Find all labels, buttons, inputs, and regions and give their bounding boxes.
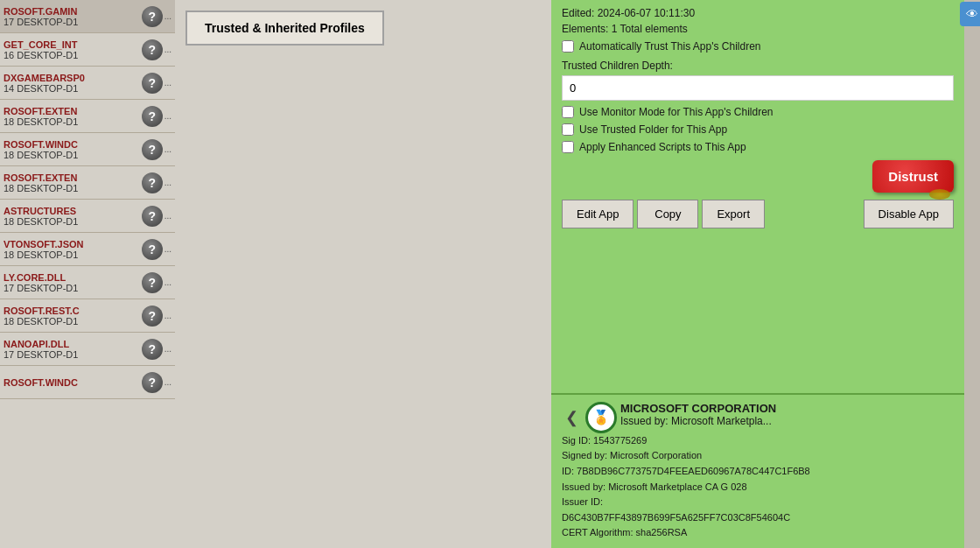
question-mark-icon[interactable]: ?	[142, 239, 163, 260]
list-item-dots[interactable]: ...	[164, 144, 172, 154]
list-item[interactable]: VTONSOFT.JSON 18 DESKTOP-D1 ? ...	[0, 233, 175, 266]
list-item-sub: 18 DESKTOP-D1	[4, 216, 138, 227]
list-item-sub: 16 DESKTOP-D1	[4, 50, 138, 60]
list-item-dots[interactable]: ...	[164, 11, 172, 21]
list-item[interactable]: GET_CORE_INT 16 DESKTOP-D1 ? ...	[0, 33, 175, 67]
list-item-dots[interactable]: ...	[164, 344, 172, 354]
list-item-sub: 17 DESKTOP-D1	[4, 349, 138, 360]
list-item[interactable]: ROSOFT.EXTEN 18 DESKTOP-D1 ? ...	[0, 166, 175, 200]
cert-details: Sig ID: 1543775269 Signed by: Microsoft …	[562, 433, 954, 541]
middle-panel: Trusted & Inherited Profiles	[175, 0, 551, 548]
list-item-sub: 18 DESKTOP-D1	[4, 249, 138, 260]
monitor-mode-checkbox[interactable]	[562, 106, 574, 118]
list-item-name: ROSOFT.WINDC	[4, 377, 138, 388]
question-mark-icon[interactable]: ?	[142, 272, 163, 293]
list-item-sub: 18 DESKTOP-D1	[4, 150, 138, 160]
action-buttons-row: Edit App Copy Export Disable App	[562, 196, 954, 228]
list-item-text: DXGAMEBARSP0 14 DESKTOP-D1	[4, 73, 138, 94]
question-mark-icon[interactable]: ?	[142, 172, 163, 193]
export-button[interactable]: Export	[702, 200, 765, 228]
distrust-button[interactable]: Distrust	[872, 160, 954, 193]
issuer-id-label: Issuer ID:	[562, 495, 954, 510]
list-item-dots[interactable]: ...	[164, 311, 172, 320]
distrust-area: Distrust	[562, 160, 954, 193]
action-buttons: Edit App Copy Export	[562, 200, 765, 228]
list-item-name: ROSOFT.EXTEN	[4, 106, 138, 116]
list-item-text: GET_CORE_INT 16 DESKTOP-D1	[4, 39, 138, 60]
question-mark-icon[interactable]: ?	[142, 106, 163, 127]
auto-trust-row: Automatically Trust This App's Children	[562, 40, 954, 53]
list-item-dots[interactable]: ...	[164, 178, 172, 187]
list-item-name: LY.CORE.DLL	[4, 272, 138, 283]
question-mark-icon[interactable]: ?	[142, 39, 163, 60]
enhanced-scripts-row: Apply Enhanced Scripts to This App	[562, 141, 954, 153]
cert-badge-icon: 🏅	[592, 409, 610, 425]
list-item-name: ASTRUCTURES	[4, 206, 138, 216]
copy-button[interactable]: Copy	[637, 200, 698, 228]
question-mark-icon[interactable]: ?	[142, 73, 163, 94]
cert-badge: 🏅	[585, 402, 617, 433]
eye-icon: 👁	[966, 7, 978, 21]
list-item-text: ROSOFT.GAMIN 17 DESKTOP-D1	[4, 6, 138, 27]
cert-issuer: Issued by: Microsoft Marketpla...	[620, 415, 776, 427]
list-item[interactable]: ASTRUCTURES 18 DESKTOP-D1 ? ...	[0, 200, 175, 233]
list-item-dots[interactable]: ...	[164, 377, 172, 387]
list-item-text: ROSOFT.EXTEN 18 DESKTOP-D1	[4, 172, 138, 193]
corp-name: MICROSOFT CORPORATION	[620, 402, 776, 415]
trusted-folder-row: Use Trusted Folder for This App	[562, 123, 954, 136]
list-item[interactable]: ROSOFT.GAMIN 17 DESKTOP-D1 ? ...	[0, 0, 175, 33]
question-mark-icon[interactable]: ?	[142, 6, 163, 27]
cert-algorithm: CERT Algorithm: sha256RSA	[562, 525, 954, 541]
list-item[interactable]: LY.CORE.DLL 17 DESKTOP-D1 ? ...	[0, 266, 175, 299]
nav-arrow-icon[interactable]: ❮	[562, 404, 582, 431]
cert-name-area: MICROSOFT CORPORATION Issued by: Microso…	[620, 402, 776, 427]
list-item[interactable]: ROSOFT.WINDC 18 DESKTOP-D1 ? ...	[0, 133, 175, 166]
list-item-dots[interactable]: ...	[164, 211, 172, 221]
issuer-id-value: D6C430B7FF43897B699F5A625FF7C03C8F54604C	[562, 510, 954, 526]
list-item-name: DXGAMEBARSP0	[4, 73, 138, 83]
list-item-text: ROSOFT.REST.C 18 DESKTOP-D1	[4, 306, 138, 327]
list-item-dots[interactable]: ...	[164, 278, 172, 287]
list-item-sub: 17 DESKTOP-D1	[4, 283, 138, 293]
list-item[interactable]: NANOAPI.DLL 17 DESKTOP-D1 ? ...	[0, 333, 175, 366]
depth-input[interactable]: 0	[562, 75, 954, 101]
monitor-mode-label: Use Monitor Mode for This App's Children	[579, 106, 774, 118]
list-item-text: VTONSOFT.JSON 18 DESKTOP-D1	[4, 239, 138, 260]
edit-app-button[interactable]: Edit App	[562, 200, 634, 228]
trusted-profiles-button[interactable]: Trusted & Inherited Profiles	[186, 11, 384, 46]
depth-label: Trusted Children Depth:	[562, 60, 954, 72]
right-panel: Edited: 2024-06-07 10:11:30 Elements: 1 …	[551, 0, 964, 548]
auto-trust-checkbox[interactable]	[562, 40, 574, 53]
list-item[interactable]: ROSOFT.REST.C 18 DESKTOP-D1 ? ...	[0, 299, 175, 333]
list-item-name: NANOAPI.DLL	[4, 339, 138, 349]
issued-by: Issued by: Microsoft Marketplace CA G 02…	[562, 480, 954, 495]
list-item-dots[interactable]: ...	[164, 78, 172, 88]
list-item-sub: 18 DESKTOP-D1	[4, 316, 138, 327]
enhanced-scripts-checkbox[interactable]	[562, 141, 574, 153]
list-item-sub: 17 DESKTOP-D1	[4, 17, 138, 27]
cert-panel: ❮ 🏅 MICROSOFT CORPORATION Issued by: Mic…	[551, 393, 964, 548]
app-list: ROSOFT.GAMIN 17 DESKTOP-D1 ? ... GET_COR…	[0, 0, 175, 548]
list-item[interactable]: DXGAMEBARSP0 14 DESKTOP-D1 ? ...	[0, 67, 175, 100]
app-icon: 👁	[960, 2, 980, 26]
signed-by: Signed by: Microsoft Corporation	[562, 448, 954, 464]
question-mark-icon[interactable]: ?	[142, 139, 163, 160]
trusted-folder-checkbox[interactable]	[562, 123, 574, 136]
question-mark-icon[interactable]: ?	[142, 339, 163, 360]
list-item-dots[interactable]: ...	[164, 45, 172, 54]
list-item[interactable]: ROSOFT.WINDC ? ...	[0, 366, 175, 399]
list-item-text: LY.CORE.DLL 17 DESKTOP-D1	[4, 272, 138, 293]
question-mark-icon[interactable]: ?	[142, 206, 163, 227]
auto-trust-label: Automatically Trust This App's Children	[579, 40, 761, 53]
question-mark-icon[interactable]: ?	[142, 372, 163, 393]
list-item-text: ROSOFT.WINDC 18 DESKTOP-D1	[4, 139, 138, 160]
cert-header-row: ❮ 🏅 MICROSOFT CORPORATION Issued by: Mic…	[562, 402, 954, 433]
scrollbar-area: 👁	[964, 0, 980, 548]
disable-app-button[interactable]: Disable App	[864, 200, 954, 228]
list-item[interactable]: ROSOFT.EXTEN 18 DESKTOP-D1 ? ...	[0, 100, 175, 133]
question-mark-icon[interactable]: ?	[142, 306, 163, 327]
list-item-dots[interactable]: ...	[164, 111, 172, 121]
list-item-name: ROSOFT.EXTEN	[4, 172, 138, 183]
list-item-dots[interactable]: ...	[164, 244, 172, 254]
list-item-name: ROSOFT.GAMIN	[4, 6, 138, 17]
